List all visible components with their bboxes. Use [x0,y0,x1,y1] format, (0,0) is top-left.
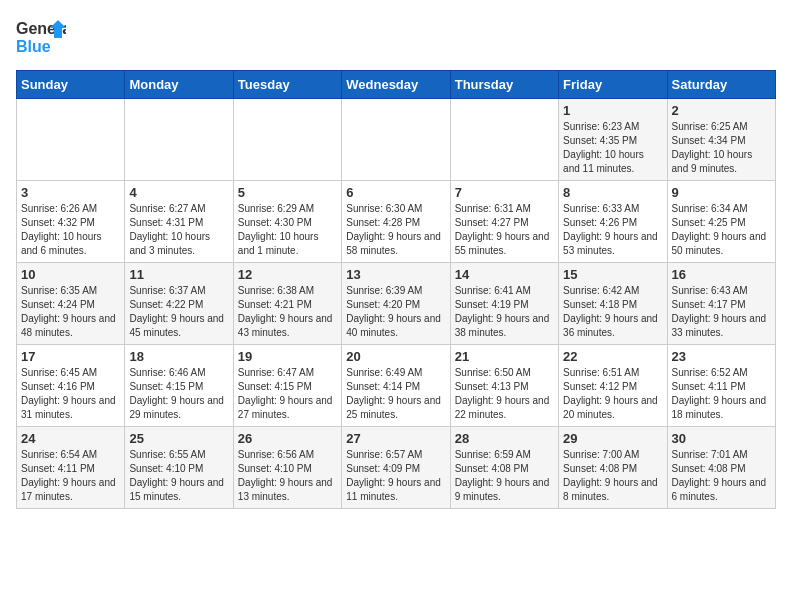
day-info: Sunrise: 6:39 AM Sunset: 4:20 PM Dayligh… [346,284,445,340]
day-info: Sunrise: 6:23 AM Sunset: 4:35 PM Dayligh… [563,120,662,176]
calendar-cell: 28Sunrise: 6:59 AM Sunset: 4:08 PM Dayli… [450,427,558,509]
day-number: 22 [563,349,662,364]
calendar-cell: 24Sunrise: 6:54 AM Sunset: 4:11 PM Dayli… [17,427,125,509]
calendar-cell: 12Sunrise: 6:38 AM Sunset: 4:21 PM Dayli… [233,263,341,345]
day-number: 7 [455,185,554,200]
calendar-cell: 5Sunrise: 6:29 AM Sunset: 4:30 PM Daylig… [233,181,341,263]
day-info: Sunrise: 6:56 AM Sunset: 4:10 PM Dayligh… [238,448,337,504]
day-info: Sunrise: 6:54 AM Sunset: 4:11 PM Dayligh… [21,448,120,504]
day-info: Sunrise: 6:30 AM Sunset: 4:28 PM Dayligh… [346,202,445,258]
day-info: Sunrise: 6:29 AM Sunset: 4:30 PM Dayligh… [238,202,337,258]
week-row-1: 3Sunrise: 6:26 AM Sunset: 4:32 PM Daylig… [17,181,776,263]
calendar-cell: 26Sunrise: 6:56 AM Sunset: 4:10 PM Dayli… [233,427,341,509]
day-number: 5 [238,185,337,200]
day-number: 26 [238,431,337,446]
header: GeneralBlue [16,16,776,60]
day-number: 17 [21,349,120,364]
day-number: 25 [129,431,228,446]
calendar-cell: 30Sunrise: 7:01 AM Sunset: 4:08 PM Dayli… [667,427,775,509]
day-number: 24 [21,431,120,446]
calendar-cell [342,99,450,181]
day-header-thursday: Thursday [450,71,558,99]
svg-text:Blue: Blue [16,38,51,55]
day-header-friday: Friday [559,71,667,99]
calendar-cell: 27Sunrise: 6:57 AM Sunset: 4:09 PM Dayli… [342,427,450,509]
day-info: Sunrise: 6:57 AM Sunset: 4:09 PM Dayligh… [346,448,445,504]
calendar-cell: 15Sunrise: 6:42 AM Sunset: 4:18 PM Dayli… [559,263,667,345]
calendar-cell: 11Sunrise: 6:37 AM Sunset: 4:22 PM Dayli… [125,263,233,345]
day-number: 8 [563,185,662,200]
day-info: Sunrise: 6:47 AM Sunset: 4:15 PM Dayligh… [238,366,337,422]
logo-svg: GeneralBlue [16,16,66,60]
calendar-cell: 25Sunrise: 6:55 AM Sunset: 4:10 PM Dayli… [125,427,233,509]
calendar-cell [233,99,341,181]
day-number: 18 [129,349,228,364]
week-row-4: 24Sunrise: 6:54 AM Sunset: 4:11 PM Dayli… [17,427,776,509]
calendar-cell: 8Sunrise: 6:33 AM Sunset: 4:26 PM Daylig… [559,181,667,263]
day-info: Sunrise: 6:31 AM Sunset: 4:27 PM Dayligh… [455,202,554,258]
day-info: Sunrise: 6:26 AM Sunset: 4:32 PM Dayligh… [21,202,120,258]
day-info: Sunrise: 7:00 AM Sunset: 4:08 PM Dayligh… [563,448,662,504]
day-number: 1 [563,103,662,118]
calendar-cell: 10Sunrise: 6:35 AM Sunset: 4:24 PM Dayli… [17,263,125,345]
calendar-cell: 6Sunrise: 6:30 AM Sunset: 4:28 PM Daylig… [342,181,450,263]
calendar-cell: 13Sunrise: 6:39 AM Sunset: 4:20 PM Dayli… [342,263,450,345]
calendar-cell: 3Sunrise: 6:26 AM Sunset: 4:32 PM Daylig… [17,181,125,263]
week-row-2: 10Sunrise: 6:35 AM Sunset: 4:24 PM Dayli… [17,263,776,345]
day-number: 30 [672,431,771,446]
day-info: Sunrise: 6:41 AM Sunset: 4:19 PM Dayligh… [455,284,554,340]
day-info: Sunrise: 6:49 AM Sunset: 4:14 PM Dayligh… [346,366,445,422]
week-row-0: 1Sunrise: 6:23 AM Sunset: 4:35 PM Daylig… [17,99,776,181]
calendar-cell: 4Sunrise: 6:27 AM Sunset: 4:31 PM Daylig… [125,181,233,263]
calendar-cell: 18Sunrise: 6:46 AM Sunset: 4:15 PM Dayli… [125,345,233,427]
day-info: Sunrise: 6:43 AM Sunset: 4:17 PM Dayligh… [672,284,771,340]
day-info: Sunrise: 6:55 AM Sunset: 4:10 PM Dayligh… [129,448,228,504]
day-info: Sunrise: 6:52 AM Sunset: 4:11 PM Dayligh… [672,366,771,422]
day-number: 20 [346,349,445,364]
day-number: 15 [563,267,662,282]
day-info: Sunrise: 6:35 AM Sunset: 4:24 PM Dayligh… [21,284,120,340]
calendar-cell: 2Sunrise: 6:25 AM Sunset: 4:34 PM Daylig… [667,99,775,181]
day-number: 28 [455,431,554,446]
calendar-cell [17,99,125,181]
day-number: 11 [129,267,228,282]
calendar-cell [125,99,233,181]
calendar-cell: 22Sunrise: 6:51 AM Sunset: 4:12 PM Dayli… [559,345,667,427]
day-number: 13 [346,267,445,282]
day-number: 10 [21,267,120,282]
day-number: 29 [563,431,662,446]
day-info: Sunrise: 6:34 AM Sunset: 4:25 PM Dayligh… [672,202,771,258]
calendar-cell: 14Sunrise: 6:41 AM Sunset: 4:19 PM Dayli… [450,263,558,345]
day-number: 3 [21,185,120,200]
day-number: 9 [672,185,771,200]
calendar-cell: 17Sunrise: 6:45 AM Sunset: 4:16 PM Dayli… [17,345,125,427]
calendar-cell [450,99,558,181]
calendar-cell: 9Sunrise: 6:34 AM Sunset: 4:25 PM Daylig… [667,181,775,263]
day-number: 6 [346,185,445,200]
day-header-monday: Monday [125,71,233,99]
calendar-cell: 29Sunrise: 7:00 AM Sunset: 4:08 PM Dayli… [559,427,667,509]
day-number: 12 [238,267,337,282]
day-header-tuesday: Tuesday [233,71,341,99]
day-info: Sunrise: 7:01 AM Sunset: 4:08 PM Dayligh… [672,448,771,504]
calendar-table: SundayMondayTuesdayWednesdayThursdayFrid… [16,70,776,509]
day-info: Sunrise: 6:45 AM Sunset: 4:16 PM Dayligh… [21,366,120,422]
day-info: Sunrise: 6:38 AM Sunset: 4:21 PM Dayligh… [238,284,337,340]
day-info: Sunrise: 6:59 AM Sunset: 4:08 PM Dayligh… [455,448,554,504]
day-number: 16 [672,267,771,282]
calendar-cell: 1Sunrise: 6:23 AM Sunset: 4:35 PM Daylig… [559,99,667,181]
day-number: 2 [672,103,771,118]
day-number: 4 [129,185,228,200]
day-number: 21 [455,349,554,364]
calendar-cell: 21Sunrise: 6:50 AM Sunset: 4:13 PM Dayli… [450,345,558,427]
day-header-wednesday: Wednesday [342,71,450,99]
calendar-cell: 7Sunrise: 6:31 AM Sunset: 4:27 PM Daylig… [450,181,558,263]
calendar-cell: 16Sunrise: 6:43 AM Sunset: 4:17 PM Dayli… [667,263,775,345]
calendar-cell: 19Sunrise: 6:47 AM Sunset: 4:15 PM Dayli… [233,345,341,427]
day-header-sunday: Sunday [17,71,125,99]
day-number: 19 [238,349,337,364]
day-info: Sunrise: 6:33 AM Sunset: 4:26 PM Dayligh… [563,202,662,258]
day-number: 27 [346,431,445,446]
day-info: Sunrise: 6:42 AM Sunset: 4:18 PM Dayligh… [563,284,662,340]
day-number: 14 [455,267,554,282]
